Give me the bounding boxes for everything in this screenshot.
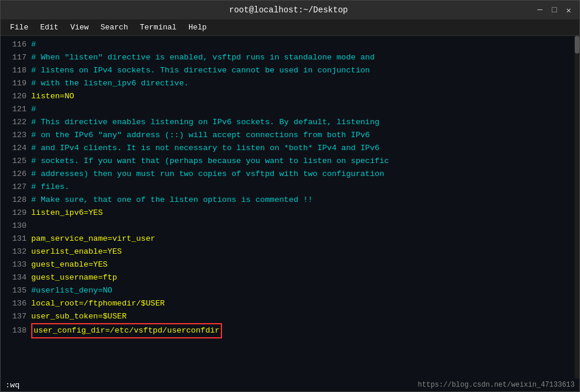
line-number: 116 [5, 38, 26, 51]
line-item: 126# addresses) then you must run two co… [5, 168, 575, 181]
line-item: 116# [5, 38, 575, 51]
vim-command: :wq [5, 381, 19, 390]
line-content: # with the listen_ipv6 directive. [31, 77, 188, 90]
line-item: 128# Make sure, that one of the listen o… [5, 194, 575, 207]
line-content: # and IPv4 clients. It is not necessary … [31, 142, 379, 155]
line-item: 120listen=NO [5, 90, 575, 103]
line-number: 131 [5, 232, 26, 245]
line-number: 137 [5, 310, 26, 323]
line-item: 131pam_service_name=virt_user [5, 232, 575, 245]
menu-search[interactable]: Search [96, 22, 133, 33]
line-number: 136 [5, 297, 26, 310]
line-number: 118 [5, 64, 26, 77]
menu-terminal[interactable]: Terminal [135, 22, 181, 33]
line-item: 137user_sub_token=$USER [5, 310, 575, 323]
line-content: # addresses) then you must run two copie… [31, 168, 385, 181]
line-number: 135 [5, 284, 26, 297]
line-item: 132userlist_enable=YES [5, 245, 575, 258]
menu-view[interactable]: View [65, 22, 93, 33]
line-item: 134guest_username=ftp [5, 271, 575, 284]
line-item: 121# [5, 103, 575, 116]
line-item: 122# This directive enables listening on… [5, 116, 575, 129]
line-item: 118# listens on IPv4 sockets. This direc… [5, 64, 575, 77]
line-item: 117# When "listen" directive is enabled,… [5, 51, 575, 64]
code-lines: 116#117# When "listen" directive is enab… [5, 38, 575, 338]
window-title: root@localhost:~/Desktop [42, 5, 535, 15]
line-number: 134 [5, 271, 26, 284]
line-number: 126 [5, 168, 26, 181]
line-content: # sockets. If you want that (perhaps bec… [31, 155, 389, 168]
line-number: 132 [5, 245, 26, 258]
line-number: 119 [5, 77, 26, 90]
line-item: 123# on the IPv6 "any" address (::) will… [5, 129, 575, 142]
line-content: #userlist_deny=NO [31, 284, 112, 297]
line-content: listen=NO [31, 90, 74, 103]
menu-help[interactable]: Help [184, 22, 211, 33]
line-content: listen_ipv6=YES [31, 207, 103, 220]
line-content: local_root=/ftphomedir/$USER [31, 297, 165, 310]
line-number: 129 [5, 207, 26, 220]
line-content: guest_username=ftp [31, 271, 117, 284]
line-number: 120 [5, 90, 26, 103]
line-content: # [31, 103, 36, 116]
line-content-highlighted: user_config_dir=/etc/vsftpd/userconfdir [31, 323, 222, 338]
url-label: https://blog.csdn.net/weixin_47133613 [418, 381, 575, 389]
terminal-window: root@localhost:~/Desktop ─ □ ✕ File Edit… [0, 0, 580, 392]
line-item: 129listen_ipv6=YES [5, 207, 575, 220]
line-number: 127 [5, 181, 26, 194]
line-item: 124# and IPv4 clients. It is not necessa… [5, 142, 575, 155]
line-number: 133 [5, 258, 26, 271]
line-content: # Make sure, that one of the listen opti… [31, 194, 313, 207]
minimize-button[interactable]: ─ [535, 5, 545, 15]
line-number: 128 [5, 194, 26, 207]
line-item: 119# with the listen_ipv6 directive. [5, 77, 575, 90]
menu-bar: File Edit View Search Terminal Help [1, 19, 579, 36]
line-item: 130 [5, 220, 575, 232]
line-number: 138 [5, 324, 26, 337]
line-content: # files. [31, 181, 69, 194]
line-number: 124 [5, 142, 26, 155]
line-number: 122 [5, 116, 26, 129]
line-content: pam_service_name=virt_user [31, 232, 155, 245]
line-item: 125# sockets. If you want that (perhaps … [5, 155, 575, 168]
line-item: 127# files. [5, 181, 575, 194]
line-content: # When "listen" directive is enabled, vs… [31, 51, 374, 64]
close-button[interactable]: ✕ [564, 5, 574, 15]
line-item: 133guest_enable=YES [5, 258, 575, 271]
line-number: 117 [5, 51, 26, 64]
line-content: userlist_enable=YES [31, 245, 122, 258]
status-bar: :wq https://blog.csdn.net/weixin_4713361… [1, 378, 579, 391]
terminal-content[interactable]: 116#117# When "listen" directive is enab… [1, 36, 579, 378]
line-number: 130 [5, 220, 26, 232]
line-content: guest_enable=YES [31, 258, 108, 271]
menu-file[interactable]: File [5, 22, 33, 33]
line-content: # [31, 38, 36, 51]
line-content: user_sub_token=$USER [31, 310, 127, 323]
maximize-button[interactable]: □ [549, 5, 559, 15]
line-item: 138user_config_dir=/etc/vsftpd/userconfd… [5, 323, 575, 338]
menu-edit[interactable]: Edit [35, 22, 63, 33]
title-bar: root@localhost:~/Desktop ─ □ ✕ [1, 1, 579, 19]
scrollbar-thumb[interactable] [575, 36, 579, 54]
line-number: 121 [5, 103, 26, 116]
line-content: # This directive enables listening on IP… [31, 116, 379, 129]
line-item: 135#userlist_deny=NO [5, 284, 575, 297]
line-number: 123 [5, 129, 26, 142]
line-content: # listens on IPv4 sockets. This directiv… [31, 64, 370, 77]
line-item: 136local_root=/ftphomedir/$USER [5, 297, 575, 310]
window-controls[interactable]: ─ □ ✕ [535, 5, 574, 15]
line-content: # on the IPv6 "any" address (::) will ac… [31, 129, 370, 142]
scrollbar[interactable] [575, 36, 579, 378]
line-number: 125 [5, 155, 26, 168]
